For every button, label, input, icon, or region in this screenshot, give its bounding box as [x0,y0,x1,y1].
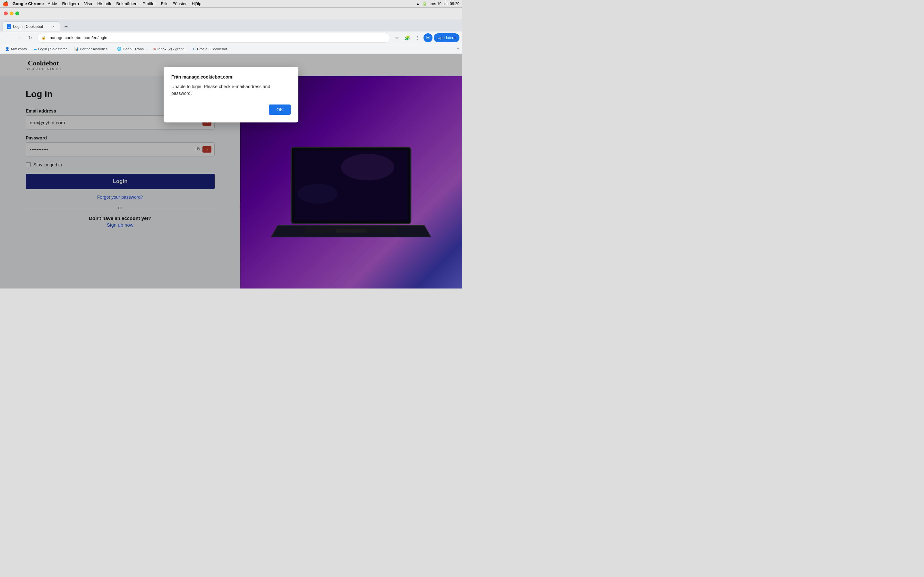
menubar-bokmarken[interactable]: Bokmärken [114,1,140,6]
back-button[interactable]: ← [3,33,11,42]
lock-icon: 🔒 [41,35,46,40]
tab-title: Login | Cookiebot [13,24,49,29]
alert-ok-button[interactable]: OK [269,105,291,115]
chrome-window: C Login | Cookiebot × + ← → ↻ 🔒 manage.c… [0,8,462,54]
bookmark-deepl[interactable]: 🌐 DeepL Trans... [115,46,150,52]
menubar-right: ▲ 🔋 tors 19 okt. 09:29 [416,2,459,6]
address-bar[interactable]: 🔒 manage.cookiebot.com/en/login [37,33,390,43]
macos-menubar: 🍎 Google Chrome Arkiv Redigera Visa Hist… [0,0,462,8]
forward-button[interactable]: → [14,33,23,42]
menubar-arkiv[interactable]: Arkiv [45,1,60,6]
dialog-overlay: Från manage.cookiebot.com: Unable to log… [0,54,462,288]
wifi-icon: ▲ [416,2,420,6]
reload-button[interactable]: ↻ [26,33,35,42]
minimize-window-button[interactable] [10,11,13,15]
active-tab[interactable]: C Login | Cookiebot × [3,21,60,31]
bookmark-button[interactable]: ☆ [393,33,402,42]
menubar-app-name[interactable]: Google Chrome [13,1,44,6]
bookmark-salesforce[interactable]: ☁ Login | Salesforce [31,46,70,52]
maximize-window-button[interactable] [15,11,19,15]
tab-close-button[interactable]: × [51,24,56,29]
new-tab-button[interactable]: + [61,22,71,31]
battery-icon: 🔋 [422,2,427,6]
bookmarks-more-button[interactable]: » [457,47,459,52]
page-content: Cookiebot by Usercentrics Log in Email a… [0,54,462,288]
address-text: manage.cookiebot.com/en/login [48,35,386,40]
update-button[interactable]: Uppdatera [434,33,459,42]
menubar-redigera[interactable]: Redigera [59,1,81,6]
alert-title: Från manage.cookiebot.com: [171,74,291,79]
profile-button[interactable]: M [423,33,433,42]
extensions-button[interactable]: 🧩 [403,33,412,42]
clock: tors 19 okt. 09:29 [430,2,459,6]
tab-favicon: C [7,24,11,29]
apple-menu[interactable]: 🍎 [3,1,9,7]
nav-bar: ← → ↻ 🔒 manage.cookiebot.com/en/login ☆ … [0,31,462,44]
menubar-historik[interactable]: Historik [95,1,113,6]
alert-dialog: Från manage.cookiebot.com: Unable to log… [164,67,298,122]
menu-button[interactable]: ⋮ [413,33,422,42]
menubar-profiler[interactable]: Profiler [140,1,158,6]
menubar-fonster[interactable]: Fönster [170,1,189,6]
bookmark-mitt-konto[interactable]: 👤 Mitt konto [3,46,29,52]
menubar-flik[interactable]: Flik [158,1,170,6]
alert-actions: OK [171,105,291,115]
title-bar [0,8,462,19]
nav-actions: ☆ 🧩 ⋮ M Uppdatera [393,33,459,42]
close-window-button[interactable] [4,11,8,15]
tab-bar: C Login | Cookiebot × + [0,19,462,31]
bookmark-inbox[interactable]: ✉ Inbox (2) - grant... [151,46,189,52]
traffic-lights [4,11,19,15]
bookmark-cookiebot-profile[interactable]: C Profile | Cookiebot [191,46,230,52]
menubar-visa[interactable]: Visa [81,1,95,6]
bookmarks-bar: 👤 Mitt konto ☁ Login | Salesforce 📊 Part… [0,44,462,54]
menubar-hjalp[interactable]: Hjälp [189,1,204,6]
alert-message: Unable to login. Please check e-mail-add… [171,83,291,97]
bookmark-partner-analytics[interactable]: 📊 Partner Analytics... [71,46,113,52]
